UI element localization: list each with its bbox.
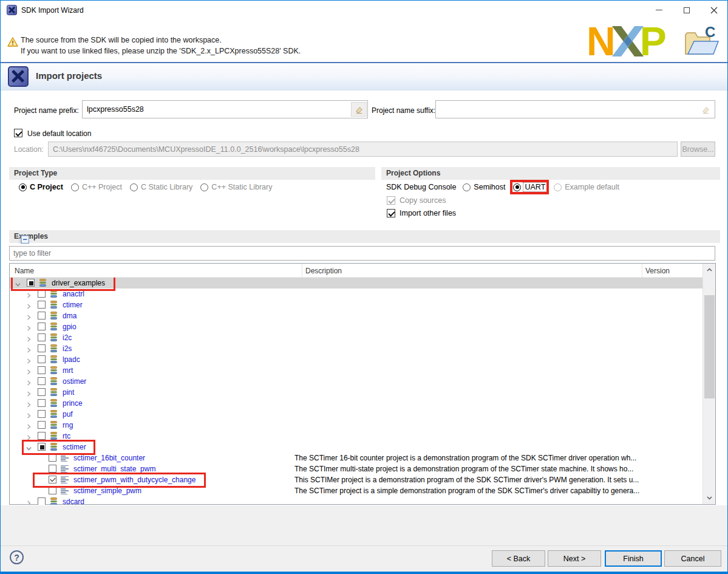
scroll-up-icon[interactable] [703,264,716,276]
tree-item-label[interactable]: sdcard [63,497,84,505]
checkbox-import-other-files[interactable]: Import other files [387,209,456,217]
tree-row-i2c[interactable]: i2c [10,332,702,343]
tree-item-label[interactable]: sctimer_16bit_counter [73,454,145,462]
row-checkbox-empty[interactable] [38,323,46,330]
vertical-scrollbar[interactable] [702,264,715,504]
row-checkbox-empty[interactable] [38,377,46,385]
chevron-collapsed-icon[interactable] [26,498,32,505]
column-name[interactable]: Name [15,267,34,275]
tree-row-i2s[interactable]: i2s [10,343,702,354]
tree-item-label[interactable]: i2s [63,344,72,353]
next-button[interactable]: Next > [548,550,601,567]
row-checkbox-empty[interactable] [49,487,56,494]
use-default-location-checkbox[interactable] [14,129,22,137]
clear-suffix-button[interactable] [698,102,713,117]
tree-item-label[interactable]: sctimer [63,443,86,451]
finish-button[interactable]: Finish [605,550,662,567]
tree-row-rng[interactable]: rng [10,420,702,431]
collapse-all-icon[interactable] [19,234,31,245]
tree-row-lpadc[interactable]: lpadc [10,354,702,365]
filter-input[interactable] [9,246,715,261]
row-checkbox-empty[interactable] [38,301,46,309]
close-icon [710,7,718,14]
tree-item-label[interactable]: puf [63,410,73,419]
row-checkbox-empty[interactable] [38,366,46,374]
row-checkbox-empty[interactable] [49,454,56,462]
column-description[interactable]: Description [305,267,342,275]
radio-c-static-library[interactable]: C++ Static Library [200,183,272,191]
row-checkbox-empty[interactable] [38,410,46,418]
maximize-button[interactable] [673,1,700,19]
row-checkbox-empty[interactable] [38,497,46,505]
minimize-button[interactable] [645,1,673,19]
row-checkbox-empty[interactable] [38,344,46,352]
close-button[interactable] [700,1,727,19]
row-checkbox-empty[interactable] [38,388,46,396]
column-version[interactable]: Version [645,267,670,275]
tree-item-label[interactable]: driver_examples [52,279,105,287]
tree-row-sctimer-16bit-counter[interactable]: sctimer_16bit_counterThe SCTimer 16-bit … [10,453,702,463]
tree-row-dma[interactable]: dma [10,310,702,321]
tree-row-ctimer[interactable]: ctimer [10,299,702,310]
tree-row-sctimer-multi-state-pwm[interactable]: sctimer_multi_state_pwmThe SCTImer multi… [10,463,702,474]
row-checkbox-empty[interactable] [38,421,46,429]
row-checkbox-empty[interactable] [38,432,46,440]
browse-button[interactable]: Browse... [681,142,715,157]
prefix-input[interactable] [82,100,368,118]
scrollbar-thumb[interactable] [704,295,715,398]
tree-item-label[interactable]: prince [63,399,83,408]
scroll-down-icon[interactable] [703,491,716,504]
tree-item-label[interactable]: lpadc [63,355,80,364]
checkbox-copy-sources[interactable]: Copy sources [387,196,446,205]
tree-item-label[interactable]: i2c [63,333,72,342]
tree-row-gpio[interactable]: gpio [10,321,702,332]
tree-item-label[interactable]: ctimer [63,301,83,309]
row-checkbox-empty[interactable] [38,312,46,319]
tree-item-label[interactable]: ostimer [63,377,86,386]
radio-uart[interactable]: UART [513,183,546,191]
row-checkbox-empty[interactable] [49,465,56,473]
tree-item-label[interactable]: gpio [63,323,77,331]
tree-row-mrt[interactable]: mrt [10,365,702,376]
tree-row-sdcard[interactable]: sdcard [10,496,702,505]
radio-c-project[interactable]: C Project [19,183,63,191]
component-stack-icon [50,366,58,375]
tree-row-pint[interactable]: pint [10,387,702,398]
clear-prefix-button[interactable] [351,102,367,117]
tree-row-sctimer-pwm-with-dutycycle-change[interactable]: sctimer_pwm_with_dutycycle_changeThis SC… [10,474,702,485]
tree-item-label[interactable]: anactrl [63,290,84,298]
row-checkbox-empty[interactable] [38,355,46,363]
radio-c-project[interactable]: C++ Project [71,183,122,191]
row-checkbox-empty[interactable] [38,399,46,407]
tree-row-driver-examples[interactable]: driver_examples [10,278,702,289]
component-stack-icon [50,301,58,309]
tree-item-label[interactable]: mrt [63,366,73,375]
app-icon [7,5,17,15]
tree-row-prince[interactable]: prince [10,398,702,409]
help-button[interactable]: ? [10,550,24,564]
radio-c-static-library[interactable]: C Static Library [130,183,192,191]
tree-row-sctimer-simple-pwm[interactable]: sctimer_simple_pwmThe SCTimer project is… [10,485,702,496]
radio-example-default[interactable]: Example default [554,183,619,191]
cancel-button[interactable]: Cancel [664,550,721,567]
tree-item-label[interactable]: sctimer_simple_pwm [73,487,141,495]
row-checkbox-empty[interactable] [38,290,46,298]
tree-row-ostimer[interactable]: ostimer [10,376,702,387]
row-checkbox-partial[interactable] [38,443,46,451]
tree-item-label[interactable]: rng [63,421,73,429]
row-checkbox-partial[interactable] [27,279,35,287]
tree-item-label[interactable]: rtc [63,432,70,440]
tree-row-anactrl[interactable]: anactrl [10,289,702,299]
tree-item-label[interactable]: dma [63,312,77,320]
tree-row-sctimer[interactable]: sctimer [10,442,702,453]
tree-row-rtc[interactable]: rtc [10,431,702,442]
tree-row-puf[interactable]: puf [10,409,702,420]
row-checkbox-checked[interactable] [49,476,56,483]
suffix-input[interactable] [435,100,715,118]
radio-semihost[interactable]: Semihost [463,183,505,191]
tree-item-label[interactable]: pint [63,388,74,397]
tree-item-label[interactable]: sctimer_pwm_with_dutycycle_change [73,476,196,484]
row-checkbox-empty[interactable] [38,333,46,341]
back-button[interactable]: < Back [492,550,545,567]
tree-item-label[interactable]: sctimer_multi_state_pwm [73,465,155,473]
